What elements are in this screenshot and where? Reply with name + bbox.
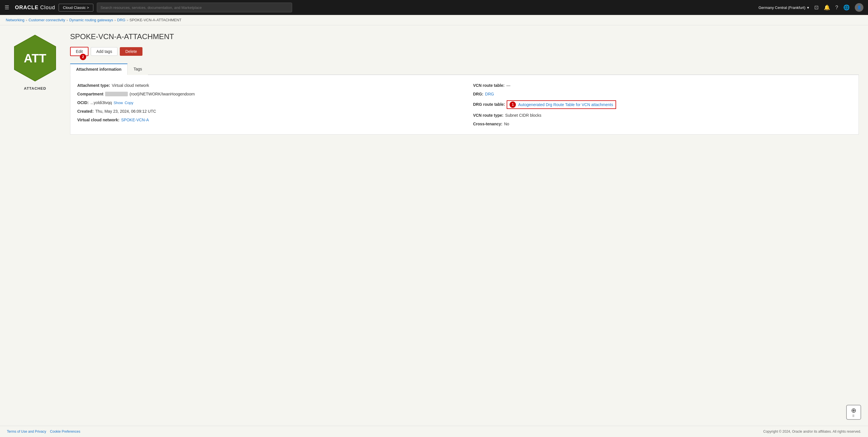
vcn-route-type-value: Subnet CIDR blocks: [505, 113, 541, 118]
tab-attachment-information[interactable]: Attachment information: [70, 63, 127, 75]
add-tags-button[interactable]: Add tags: [91, 47, 118, 56]
drg-link[interactable]: DRG: [485, 92, 494, 96]
vcn-label: Virtual cloud network:: [77, 118, 120, 122]
footer: Terms of Use and Privacy Cookie Preferen…: [0, 426, 868, 437]
breadcrumb-drg[interactable]: DRG: [117, 18, 126, 22]
compartment-label: Compartment: [77, 92, 103, 96]
vcn-route-table-label: VCN route table:: [473, 83, 505, 88]
breadcrumb-sep-2: »: [66, 19, 68, 22]
attachment-icon: ATT: [9, 32, 61, 84]
oracle-logo: ORACLE Cloud: [15, 5, 55, 11]
attachment-type-label: Attachment type:: [77, 83, 110, 88]
created-value: Thu, May 23, 2024, 06:09:12 UTC: [95, 109, 156, 114]
lifebuoy-icon: ⊕: [851, 407, 856, 414]
info-grid: Attachment type: Virtual cloud network C…: [77, 83, 851, 126]
info-row-drg: DRG: DRG: [473, 92, 851, 96]
top-navigation: ☰ ORACLE Cloud Cloud Classic > Germany C…: [0, 0, 868, 15]
cross-tenancy-label: Cross-tenancy:: [473, 122, 502, 126]
drg-route-table-link[interactable]: Autogenerated Drg Route Table for VCN at…: [518, 103, 613, 107]
footer-copyright: Copyright © 2024, Oracle and/or its affi…: [763, 430, 861, 434]
ocid-label: OCID:: [77, 100, 89, 105]
info-row-vcn-route-type: VCN route type: Subnet CIDR blocks: [473, 113, 851, 118]
region-selector[interactable]: Germany Central (Frankfurt) ▾: [758, 5, 809, 10]
help-widget[interactable]: ⊕ ⠿: [846, 405, 861, 420]
breadcrumb-dynamic-routing-gateways[interactable]: Dynamic routing gateways: [69, 18, 113, 22]
tab-tags[interactable]: Tags: [127, 63, 148, 75]
tab-bar: Attachment information Tags: [70, 63, 859, 75]
edit-button[interactable]: Edit: [70, 47, 89, 56]
vcn-link[interactable]: SPOKE-VCN-A: [121, 118, 149, 122]
hamburger-menu-icon[interactable]: ☰: [5, 4, 9, 11]
terms-link[interactable]: Terms of Use and Privacy: [7, 430, 46, 434]
help-dots: ⠿: [852, 414, 855, 418]
info-row-vcn-route-table: VCN route table: —: [473, 83, 851, 88]
compartment-blurred: [105, 92, 128, 96]
breadcrumb-sep-4: »: [127, 19, 128, 22]
cookies-link[interactable]: Cookie Preferences: [50, 430, 80, 434]
compartment-value: (root)/NETWORK/IwanHoogendoorn: [129, 92, 195, 96]
info-row-cross-tenancy: Cross-tenancy: No: [473, 122, 851, 126]
breadcrumb-current: SPOKE-VCN-A-ATTACHMENT: [129, 18, 182, 22]
drg-route-table-label: DRG route table:: [473, 102, 505, 107]
user-avatar[interactable]: 👤: [855, 3, 863, 12]
vcn-route-type-label: VCN route type:: [473, 113, 503, 118]
footer-left: Terms of Use and Privacy Cookie Preferen…: [7, 430, 80, 434]
info-row-drg-route-table: DRG route table: 1 Autogenerated Drg Rou…: [473, 100, 851, 109]
attachment-type-value: Virtual cloud network: [112, 83, 149, 88]
drg-label: DRG:: [473, 92, 484, 96]
page-title: SPOKE-VCN-A-ATTACHMENT: [70, 32, 859, 41]
drg-route-badge: 1: [509, 101, 516, 108]
info-row-attachment-type: Attachment type: Virtual cloud network: [77, 83, 456, 88]
info-row-compartment: Compartment (root)/NETWORK/IwanHoogendoo…: [77, 92, 456, 96]
bell-icon[interactable]: 🔔: [824, 4, 830, 11]
created-label: Created:: [77, 109, 94, 114]
breadcrumb-networking[interactable]: Networking: [6, 18, 24, 22]
delete-button[interactable]: Delete: [120, 47, 142, 56]
breadcrumb-sep-3: »: [114, 19, 116, 22]
cloud-classic-button[interactable]: Cloud Classic >: [59, 4, 93, 11]
info-right-column: VCN route table: — DRG: DRG DRG route ta…: [473, 83, 851, 126]
vcn-route-table-value: —: [506, 83, 510, 88]
drg-route-table-highlight: 1 Autogenerated Drg Route Table for VCN …: [507, 100, 616, 109]
nav-right: Germany Central (Frankfurt) ▾ ⊡ 🔔 ? 🌐 👤: [758, 3, 863, 12]
search-input[interactable]: [97, 3, 292, 12]
action-buttons: Edit Add tags Delete 2: [70, 47, 859, 56]
svg-text:ATT: ATT: [24, 52, 46, 65]
right-panel: SPOKE-VCN-A-ATTACHMENT Edit Add tags Del…: [70, 32, 859, 419]
ocid-copy-link[interactable]: Copy: [125, 100, 133, 105]
info-panel: Attachment type: Virtual cloud network C…: [70, 75, 859, 135]
info-row-created: Created: Thu, May 23, 2024, 06:09:12 UTC: [77, 109, 456, 114]
help-icon[interactable]: ?: [835, 5, 838, 11]
edit-badge: 2: [80, 54, 86, 60]
ocid-value: ...yoldi3tvqq: [91, 100, 112, 105]
attachment-status-label: ATTACHED: [24, 86, 46, 91]
info-row-vcn: Virtual cloud network: SPOKE-VCN-A: [77, 118, 456, 122]
breadcrumb-customer-connectivity[interactable]: Customer connectivity: [28, 18, 65, 22]
terminal-icon[interactable]: ⊡: [814, 4, 818, 11]
ocid-show-link[interactable]: Show: [114, 100, 123, 105]
breadcrumb-sep-1: »: [26, 19, 27, 22]
info-left-column: Attachment type: Virtual cloud network C…: [77, 83, 456, 126]
globe-icon[interactable]: 🌐: [843, 4, 849, 11]
main-content: ATT ATTACHED SPOKE-VCN-A-ATTACHMENT Edit…: [0, 25, 868, 426]
cross-tenancy-value: No: [504, 122, 509, 126]
breadcrumb: Networking » Customer connectivity » Dyn…: [0, 15, 868, 25]
left-panel: ATT ATTACHED: [9, 32, 61, 419]
tabs-container: Attachment information Tags Attachment t…: [70, 63, 859, 135]
info-row-ocid: OCID: ...yoldi3tvqq Show Copy: [77, 100, 456, 105]
